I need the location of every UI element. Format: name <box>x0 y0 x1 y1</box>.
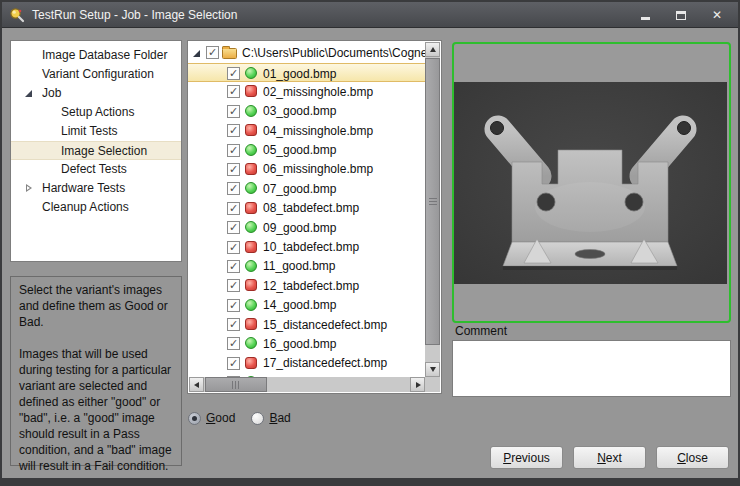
image-row[interactable]: 01_good.bmp <box>188 63 425 82</box>
image-row[interactable]: 02_missinghole.bmp <box>188 82 425 101</box>
image-row[interactable]: 12_tabdefect.bmp <box>188 276 425 295</box>
footer-button-bar: Previous Next Close <box>2 446 729 469</box>
image-checkbox[interactable] <box>227 318 240 331</box>
help-paragraph-1: Select the variant's images and define t… <box>19 282 173 330</box>
folder-root-row[interactable]: C:\Users\Public\Documents\Cogne... <box>188 43 425 63</box>
sidebar-item[interactable]: Image Selection <box>11 141 181 160</box>
image-filename: 04_missinghole.bmp <box>263 124 373 138</box>
image-checkbox[interactable] <box>227 124 240 137</box>
image-row[interactable]: 10_tabdefect.bmp <box>188 238 425 257</box>
image-row[interactable]: 06_missinghole.bmp <box>188 160 425 179</box>
footer-button[interactable]: Next <box>573 446 646 469</box>
comment-input[interactable] <box>452 340 731 397</box>
close-button[interactable]: ✕ <box>706 6 728 24</box>
scroll-left-button[interactable] <box>189 377 204 392</box>
image-checkbox[interactable] <box>227 144 240 157</box>
image-checkbox[interactable] <box>227 163 240 176</box>
horizontal-scroll-thumb[interactable] <box>205 377 267 392</box>
image-row[interactable]: 05_good.bmp <box>188 141 425 160</box>
image-filename: 08_tabdefect.bmp <box>263 201 359 215</box>
image-checkbox[interactable] <box>227 260 240 273</box>
sidebar-item[interactable]: Limit Tests <box>11 122 181 141</box>
image-checkbox[interactable] <box>227 67 240 80</box>
image-filename: 01_good.bmp <box>263 67 336 81</box>
image-checkbox[interactable] <box>227 221 240 234</box>
status-icon <box>245 260 257 272</box>
radio-option[interactable]: Good <box>188 411 235 425</box>
radio-option[interactable]: Bad <box>251 411 290 425</box>
image-checkbox[interactable] <box>227 357 240 370</box>
tree-expander-icon[interactable] <box>25 89 34 98</box>
vertical-scrollbar[interactable] <box>425 42 440 377</box>
tree-expander-icon[interactable] <box>25 108 34 117</box>
tree-expander-icon[interactable] <box>25 70 34 79</box>
tree-expander-icon[interactable] <box>25 51 34 60</box>
tree-expander-icon[interactable] <box>25 203 34 212</box>
sidebar-item[interactable]: Hardware Tests <box>11 179 181 198</box>
status-icon <box>245 241 257 253</box>
radio-icon[interactable] <box>251 412 264 425</box>
image-preview-frame <box>452 42 731 323</box>
image-checkbox[interactable] <box>227 299 240 312</box>
image-row[interactable]: 17_distancedefect.bmp <box>188 354 425 373</box>
image-checkbox[interactable] <box>227 279 240 292</box>
image-row[interactable]: 11_good.bmp <box>188 257 425 276</box>
image-filename: 02_missinghole.bmp <box>263 85 373 99</box>
image-row[interactable]: 16_good.bmp <box>188 334 425 353</box>
folder-checkbox[interactable] <box>206 46 219 59</box>
image-row[interactable]: 09_good.bmp <box>188 218 425 237</box>
sidebar-item[interactable]: Image Database Folder <box>11 46 181 65</box>
magnifier-icon <box>9 7 25 23</box>
sidebar-item[interactable]: Cleanup Actions <box>11 198 181 217</box>
image-filename: 09_good.bmp <box>263 221 336 235</box>
image-checkbox[interactable] <box>227 202 240 215</box>
status-icon <box>245 182 257 194</box>
radio-label: Bad <box>269 411 290 425</box>
tree-expander-icon[interactable] <box>25 127 34 136</box>
tree-expander-icon[interactable] <box>25 184 34 193</box>
titlebar[interactable]: TestRun Setup - Job - Image Selection ✕ <box>2 2 738 28</box>
radio-icon[interactable] <box>188 412 201 425</box>
image-row[interactable]: 08_tabdefect.bmp <box>188 199 425 218</box>
tree-expander-icon[interactable] <box>25 147 34 156</box>
testrun-setup-window: TestRun Setup - Job - Image Selection ✕ … <box>0 0 740 486</box>
image-row[interactable]: 04_missinghole.bmp <box>188 121 425 140</box>
scroll-down-button[interactable] <box>425 362 440 377</box>
image-checkbox[interactable] <box>227 105 240 118</box>
horizontal-scrollbar[interactable] <box>189 377 425 392</box>
sidebar-item-label: Image Database Folder <box>42 48 167 62</box>
scroll-up-button[interactable] <box>425 42 440 57</box>
sidebar-item[interactable]: Defect Tests <box>11 160 181 179</box>
sidebar-item-label: Setup Actions <box>61 105 134 119</box>
image-row[interactable]: 03_good.bmp <box>188 102 425 121</box>
status-icon <box>245 299 257 311</box>
footer-button[interactable]: Previous <box>490 446 563 469</box>
scroll-right-button[interactable] <box>410 377 425 392</box>
sidebar-item-label: Image Selection <box>61 144 147 158</box>
image-filename: 17_distancedefect.bmp <box>263 356 387 370</box>
tree-expander-icon[interactable] <box>193 49 202 58</box>
sidebar-item-label: Cleanup Actions <box>42 200 129 214</box>
sidebar-item[interactable]: Variant Configuration <box>11 65 181 84</box>
sidebar-item[interactable]: Job <box>11 84 181 103</box>
up-arrow-icon <box>430 47 436 52</box>
image-row[interactable]: 15_distancedefect.bmp <box>188 315 425 334</box>
image-checkbox[interactable] <box>227 337 240 350</box>
footer-button[interactable]: Close <box>656 446 729 469</box>
image-row[interactable]: 07_good.bmp <box>188 179 425 198</box>
image-checkbox[interactable] <box>227 241 240 254</box>
sidebar-item[interactable]: Setup Actions <box>11 103 181 122</box>
status-icon <box>245 221 257 233</box>
tree-expander-icon[interactable] <box>25 165 34 174</box>
sidebar-item-label: Job <box>42 86 61 100</box>
image-checkbox[interactable] <box>227 85 240 98</box>
sidebar-item-label: Hardware Tests <box>42 181 125 195</box>
maximize-button[interactable] <box>670 6 692 24</box>
image-filename: 11_good.bmp <box>263 259 336 273</box>
image-row[interactable]: 14_good.bmp <box>188 296 425 315</box>
minimize-button[interactable] <box>634 6 656 24</box>
minimize-icon <box>641 17 650 20</box>
image-checkbox[interactable] <box>227 182 240 195</box>
image-tree: C:\Users\Public\Documents\Cogne... 01_go… <box>188 41 425 377</box>
vertical-scroll-thumb[interactable] <box>425 58 440 345</box>
